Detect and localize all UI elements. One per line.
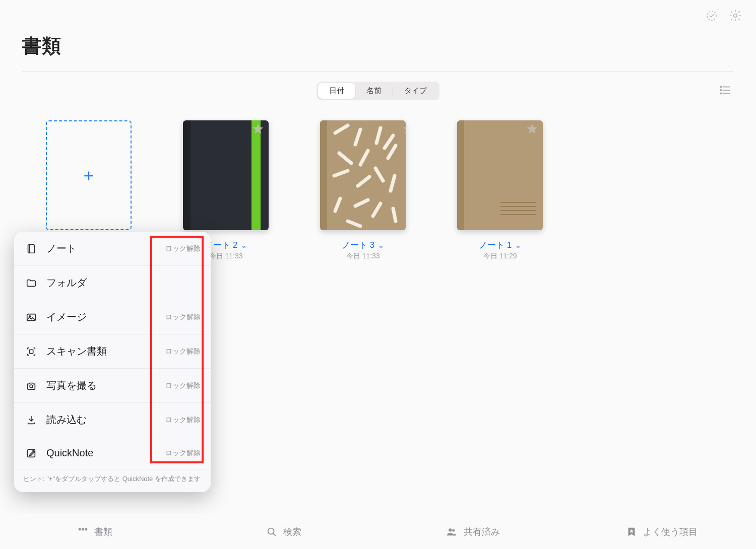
svg-rect-28 (29, 350, 33, 353)
import-icon (24, 415, 38, 426)
chevron-down-icon: ⌄ (378, 241, 384, 249)
sync-icon[interactable] (706, 10, 718, 24)
bottom-bar: 書類 検索 共有済み よく使う項目 (0, 514, 756, 549)
svg-line-17 (375, 168, 383, 181)
svg-point-5 (720, 86, 721, 87)
note-title[interactable]: ノート 3 ⌄ (342, 239, 384, 251)
chevron-down-icon: ⌄ (515, 241, 521, 249)
add-note-button[interactable]: ＋ (46, 120, 132, 230)
sort-segmented: 日付 名前 タイプ (317, 82, 439, 100)
chevron-down-icon: ⌄ (241, 241, 247, 249)
tab-shared[interactable]: 共有済み (378, 526, 567, 538)
svg-line-16 (358, 177, 369, 186)
sort-name[interactable]: 名前 (355, 83, 393, 99)
svg-point-29 (30, 384, 33, 387)
folder-icon (24, 278, 38, 289)
svg-line-12 (339, 153, 351, 163)
tab-search[interactable]: 検索 (189, 526, 378, 538)
notebook-item[interactable]: ノート 1 ⌄ 今日 11:29 (450, 120, 550, 261)
svg-line-21 (373, 203, 381, 216)
scan-icon (24, 346, 38, 357)
star-icon[interactable] (526, 122, 539, 138)
sort-date[interactable]: 日付 (318, 83, 355, 99)
menu-item-note[interactable]: ノート ロック解除 (14, 232, 211, 266)
svg-line-8 (335, 125, 348, 133)
svg-line-23 (348, 221, 360, 226)
note-title[interactable]: ノート 2 ⌄ (205, 239, 247, 251)
svg-line-19 (335, 198, 340, 211)
menu-item-scan[interactable]: スキャン書類 ロック解除 (14, 334, 211, 369)
star-icon[interactable] (251, 122, 265, 138)
camera-icon (24, 380, 38, 391)
svg-point-7 (720, 93, 721, 94)
menu-item-import[interactable]: 読み込む ロック解除 (14, 403, 211, 437)
svg-line-13 (360, 151, 368, 165)
svg-point-1 (734, 14, 737, 18)
menu-item-image[interactable]: イメージ ロック解除 (14, 300, 211, 334)
menu-item-quicknote[interactable]: QuickNote ロック解除 (14, 437, 211, 469)
svg-line-20 (355, 200, 368, 206)
tab-documents[interactable]: 書類 (0, 526, 189, 538)
svg-point-37 (452, 529, 455, 531)
svg-line-11 (385, 135, 393, 148)
svg-rect-24 (28, 244, 35, 253)
tab-favorites[interactable]: よく使う項目 (567, 526, 756, 538)
list-view-icon[interactable] (719, 84, 732, 99)
plus-icon: ＋ (80, 164, 97, 187)
note-time: 今日 11:29 (483, 252, 517, 261)
notebook-item[interactable]: ノート 3 ⌄ 今日 11:33 (312, 120, 413, 261)
menu-item-folder[interactable]: フォルダ (14, 266, 211, 300)
svg-point-6 (720, 89, 721, 90)
svg-line-14 (388, 146, 396, 158)
svg-rect-33 (85, 528, 87, 530)
gear-icon[interactable] (729, 9, 742, 24)
image-icon (24, 312, 38, 323)
svg-point-36 (449, 528, 452, 531)
menu-item-camera[interactable]: 写真を撮る ロック解除 (14, 369, 211, 403)
popup-hint: ヒント: "+"をダブルタップすると QuickNote を作成できます (14, 469, 211, 492)
note-time: 今日 11:33 (209, 252, 243, 261)
svg-line-18 (391, 176, 395, 191)
note-title[interactable]: ノート 1 ⌄ (479, 239, 521, 251)
svg-line-35 (273, 533, 275, 535)
svg-line-9 (355, 129, 360, 145)
note-icon (24, 243, 38, 254)
add-menu-popup: ノート ロック解除 フォルダ イメージ ロック解除 スキャン書類 ロック解除 写… (14, 232, 211, 492)
note-time: 今日 11:33 (346, 252, 380, 261)
svg-line-22 (393, 209, 396, 221)
svg-rect-32 (82, 528, 84, 530)
svg-rect-31 (78, 528, 81, 530)
edit-icon (24, 448, 38, 459)
page-title: 書類 (0, 24, 756, 71)
svg-line-10 (376, 128, 381, 143)
svg-point-0 (707, 11, 716, 20)
svg-line-15 (334, 171, 348, 176)
sort-type[interactable]: タイプ (393, 83, 438, 99)
